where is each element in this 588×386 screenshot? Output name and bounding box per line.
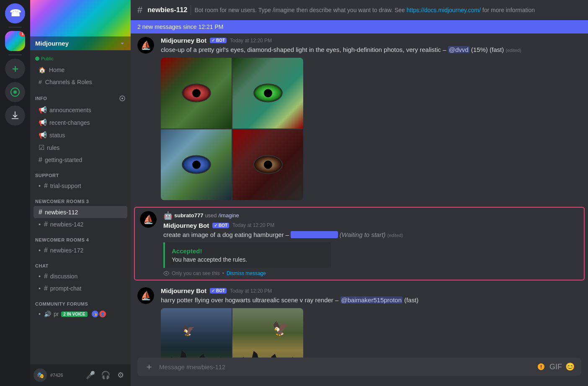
emoji-button[interactable]: 😊	[565, 362, 575, 371]
svg-point-3	[121, 98, 123, 99]
home-nav[interactable]: 🏠 Home	[34, 64, 127, 76]
channel-status[interactable]: 📢 status	[34, 129, 127, 141]
bullet-dot: •	[39, 285, 41, 292]
message-input[interactable]	[159, 358, 533, 376]
message-content-2: 🤖 subrato777 used /imagine Midjourney Bo…	[163, 211, 579, 277]
message-author-3: Midjourney Bot	[161, 287, 206, 294]
eye-icon	[163, 270, 169, 276]
channel-getting-started[interactable]: # getting-started	[34, 154, 127, 166]
bullet-dot: •	[39, 183, 41, 189]
highlight-wrapper: ⛵ 🤖 subrato777 used /imagine Midjourney …	[131, 203, 588, 284]
messages-area[interactable]: 2 new messages since 12:21 PM ⛵ Midjourn…	[131, 20, 588, 358]
hash-icon: #	[44, 182, 48, 190]
message-timestamp-3: Today at 12:20 PM	[230, 288, 272, 294]
channel-discussion[interactable]: • # discussion	[34, 270, 127, 282]
system-message-2: Only you can see this • Dismiss message	[163, 268, 579, 276]
image-cell-castle-l: 🦅	[161, 308, 232, 358]
channel-label: status	[49, 132, 65, 139]
image-cell-tl	[161, 58, 232, 129]
image-cell-castle-r: 🦅	[232, 308, 303, 358]
bot-avatar-icon-3: ⛵	[137, 287, 154, 304]
add-attachment-button[interactable]: ＋	[144, 358, 154, 376]
embed-title: Accepted!	[172, 247, 324, 255]
embed-accepted: Accepted! You have accepted the rules.	[163, 242, 331, 268]
eye-detail-1	[182, 84, 211, 103]
image-cell-br	[232, 129, 303, 200]
status-icon: 📢	[39, 131, 47, 139]
footer-icons: 🎤 🎧 ⚙	[84, 368, 127, 382]
hash-icon: #	[44, 221, 48, 228]
channels-roles-nav[interactable]: # Channels & Roles	[34, 76, 127, 88]
bird-icon-l: 🦅	[182, 325, 195, 337]
user-panel: 🎭 #7426 🎤 🎧 ⚙	[30, 364, 131, 386]
server-bar: ☎ 1 ＋	[0, 0, 30, 386]
channel-recent-changes[interactable]: 📢 recent-changes	[34, 116, 127, 129]
megaphone-icon: 📢	[39, 118, 47, 126]
message-input-wrapper: ＋ ! GIF 😊	[137, 358, 581, 376]
settings-icon[interactable]	[119, 95, 126, 102]
notification-badge: 1	[19, 31, 25, 37]
castle-silhouette-l	[161, 333, 232, 358]
bot-avatar-icon: ⛵	[137, 37, 154, 54]
hash-icon: #	[44, 247, 48, 254]
channel-newbies-172[interactable]: • # newbies-172	[34, 244, 127, 256]
channel-label: newbies-142	[50, 221, 83, 228]
discord-icon[interactable]: ☎	[5, 3, 25, 23]
image-cell-tr	[232, 58, 303, 129]
chat-section-header: CHAT	[30, 257, 131, 270]
deafen-button[interactable]: 🎧	[99, 368, 112, 382]
message-content-1: Midjourney Bot ✓ BOT Today at 12:20 PM c…	[161, 37, 581, 200]
message-timestamp-1: Today at 12:20 PM	[230, 38, 272, 44]
new-messages-bar[interactable]: 2 new messages since 12:21 PM	[131, 20, 588, 33]
newcomer3-section-header: NEWCOMER ROOMS 3	[30, 192, 131, 206]
user-avatar[interactable]: 🎭	[34, 368, 47, 382]
channel-rules[interactable]: ☑ rules	[34, 142, 127, 154]
message-header-2: Midjourney Bot ✓ BOT Today at 12:20 PM	[163, 222, 579, 229]
explore-servers-button[interactable]	[5, 82, 25, 102]
voice-avatar-1: 🎭	[92, 311, 98, 317]
message-author-2: Midjourney Bot	[163, 222, 209, 229]
mute-button[interactable]: 🎤	[84, 368, 97, 382]
channel-newbies-142[interactable]: • # newbies-142	[34, 219, 127, 230]
command-text: /imagine	[219, 212, 239, 219]
channel-label: newbies-112	[45, 209, 78, 216]
message-group-2: ⛵ 🤖 subrato777 used /imagine Midjourney …	[137, 209, 582, 278]
channel-label: getting-started	[45, 157, 83, 163]
bullet-dot: •	[39, 273, 41, 280]
midjourney-server-icon[interactable]: 1	[5, 31, 25, 51]
user-tag: #7426	[50, 373, 80, 378]
server-name: Midjourney	[35, 40, 69, 47]
voice-channel-pr[interactable]: • 🔊 pr 2 IN VOICE 🎭 👤	[34, 309, 127, 319]
bot-badge-1: ✓ BOT	[210, 38, 227, 43]
channel-prompt-chat[interactable]: • # prompt-chat	[34, 283, 127, 294]
image-grid-castle: 🦅 🦅	[161, 308, 303, 358]
gif-button[interactable]: GIF	[549, 363, 562, 371]
blurred-mention: @████████	[291, 231, 338, 238]
dismiss-message-link[interactable]: Dismiss message	[227, 270, 266, 276]
input-icons: ! GIF 😊	[538, 362, 575, 371]
settings-button[interactable]: ⚙	[114, 368, 127, 382]
bullet-dot: •	[39, 311, 41, 317]
channel-trial-support[interactable]: • # trial-support	[34, 180, 127, 192]
used-command-2: 🤖 subrato777 used /imagine	[163, 211, 579, 220]
rules-icon: ☑	[39, 144, 44, 152]
message-header-1: Midjourney Bot ✓ BOT Today at 12:20 PM	[161, 37, 581, 44]
add-server-button[interactable]: ＋	[5, 59, 25, 79]
waiting-status: (Waiting to start)	[340, 231, 386, 238]
message-header-3: Midjourney Bot ✓ BOT Today at 12:20 PM	[161, 287, 581, 294]
channel-newbies-112[interactable]: # newbies-112 👤+	[34, 206, 127, 218]
server-header[interactable]: Midjourney	[30, 0, 131, 50]
message-group-1: ⛵ Midjourney Bot ✓ BOT Today at 12:20 PM…	[131, 33, 588, 203]
channel-label: newbies-172	[50, 247, 83, 254]
download-button[interactable]	[5, 106, 25, 126]
channel-header-description: Bot room for new users. Type /imagine th…	[194, 7, 581, 13]
channel-announcements[interactable]: 📢 announcements	[34, 104, 127, 116]
channel-label: rules	[47, 144, 59, 151]
docs-link[interactable]: https://docs.midjourney.com/	[407, 7, 481, 13]
sidebar-content: Public 🏠 Home # Channels & Roles INFO 📢 …	[30, 50, 131, 364]
channel-label: prompt-chat	[50, 285, 82, 292]
newcomer4-section-header: NEWCOMER ROOMS 4	[30, 231, 131, 244]
info-section-header: INFO	[30, 88, 131, 103]
bullet-dot: •	[39, 247, 41, 254]
message-content-3: Midjourney Bot ✓ BOT Today at 12:20 PM h…	[161, 287, 581, 358]
